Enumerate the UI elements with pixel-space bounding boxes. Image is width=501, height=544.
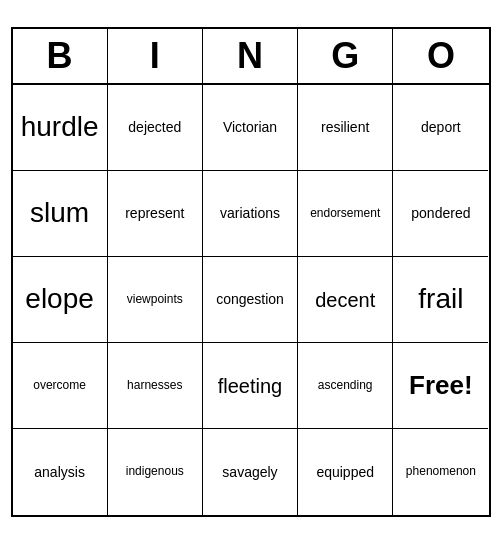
cell-text-14: frail	[418, 281, 463, 317]
bingo-cell-3: resilient	[298, 85, 393, 171]
bingo-cell-14: frail	[393, 257, 488, 343]
bingo-cell-1: dejected	[108, 85, 203, 171]
bingo-cell-18: ascending	[298, 343, 393, 429]
bingo-cell-5: slum	[13, 171, 108, 257]
cell-text-18: ascending	[318, 378, 373, 394]
cell-text-24: phenomenon	[406, 464, 476, 480]
cell-text-9: pondered	[411, 204, 470, 222]
header-letter-i: I	[108, 29, 203, 83]
bingo-cell-17: fleeting	[203, 343, 298, 429]
cell-text-7: variations	[220, 204, 280, 222]
bingo-cell-0: hurdle	[13, 85, 108, 171]
bingo-cell-24: phenomenon	[393, 429, 488, 515]
bingo-cell-16: harnesses	[108, 343, 203, 429]
bingo-cell-21: indigenous	[108, 429, 203, 515]
header-letter-o: O	[393, 29, 488, 83]
header-letter-b: B	[13, 29, 108, 83]
cell-text-5: slum	[30, 195, 89, 231]
cell-text-16: harnesses	[127, 378, 182, 394]
cell-text-13: decent	[315, 287, 375, 313]
header-letter-g: G	[298, 29, 393, 83]
cell-text-4: deport	[421, 118, 461, 136]
bingo-cell-15: overcome	[13, 343, 108, 429]
bingo-cell-11: viewpoints	[108, 257, 203, 343]
cell-text-21: indigenous	[126, 464, 184, 480]
cell-text-8: endorsement	[310, 206, 380, 222]
cell-text-17: fleeting	[218, 373, 283, 399]
bingo-cell-23: equipped	[298, 429, 393, 515]
cell-text-23: equipped	[316, 463, 374, 481]
cell-text-11: viewpoints	[127, 292, 183, 308]
cell-text-15: overcome	[33, 378, 86, 394]
bingo-header: BINGO	[13, 29, 489, 85]
bingo-cell-13: decent	[298, 257, 393, 343]
bingo-cell-9: pondered	[393, 171, 488, 257]
cell-text-10: elope	[25, 281, 94, 317]
bingo-cell-7: variations	[203, 171, 298, 257]
cell-text-3: resilient	[321, 118, 369, 136]
cell-text-22: savagely	[222, 463, 277, 481]
bingo-cell-19: Free!	[393, 343, 488, 429]
bingo-cell-8: endorsement	[298, 171, 393, 257]
cell-text-1: dejected	[128, 118, 181, 136]
bingo-cell-2: Victorian	[203, 85, 298, 171]
bingo-cell-10: elope	[13, 257, 108, 343]
bingo-cell-4: deport	[393, 85, 488, 171]
header-letter-n: N	[203, 29, 298, 83]
cell-text-6: represent	[125, 204, 184, 222]
cell-text-0: hurdle	[21, 109, 99, 145]
bingo-cell-22: savagely	[203, 429, 298, 515]
bingo-cell-12: congestion	[203, 257, 298, 343]
bingo-grid: hurdledejectedVictorianresilientdeportsl…	[13, 85, 489, 515]
cell-text-2: Victorian	[223, 118, 277, 136]
bingo-cell-20: analysis	[13, 429, 108, 515]
cell-text-20: analysis	[34, 463, 85, 481]
cell-text-12: congestion	[216, 290, 284, 308]
bingo-cell-6: represent	[108, 171, 203, 257]
bingo-card: BINGO hurdledejectedVictorianresilientde…	[11, 27, 491, 517]
cell-text-19: Free!	[409, 369, 473, 403]
